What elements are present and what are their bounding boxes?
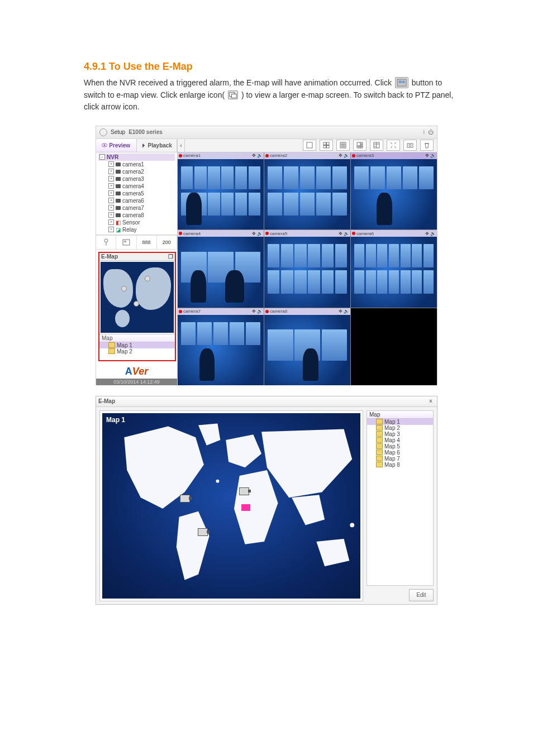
video-cell-label: camera8 (270, 309, 287, 314)
map-camera-icon[interactable] (198, 528, 208, 536)
map-folder-icon (376, 431, 383, 437)
tab-preview[interactable]: Preview (96, 139, 137, 152)
svg-rect-12 (340, 142, 346, 148)
trash-icon[interactable] (420, 140, 434, 151)
tree-item-camera: +camera3 (98, 175, 175, 183)
nvr-root-label: NVR (107, 154, 118, 160)
emap-viewport[interactable]: Map 1 (99, 410, 363, 601)
record-dot-icon (352, 154, 355, 157)
video-cell[interactable]: camera3✥🔈 (351, 152, 437, 229)
record-dot-icon (265, 310, 269, 313)
tree-item-camera: +camera8 (98, 212, 175, 219)
emap-panel-icon[interactable] (116, 236, 136, 249)
layout-3x3-icon[interactable] (336, 140, 350, 151)
power-icon[interactable]: ⏻ (428, 129, 434, 135)
video-cell-label: camera6 (356, 231, 374, 236)
video-cell[interactable]: camera7✥🔈 (178, 308, 264, 385)
camera-icon (116, 184, 121, 188)
tree-item-camera: +camera5 (98, 190, 175, 197)
map-relay-icon[interactable] (241, 504, 250, 511)
layout-1plus5-icon[interactable] (353, 140, 367, 151)
eye-icon (102, 142, 107, 148)
emap-panel-title: E-Map (101, 253, 118, 260)
layout-custom-icon[interactable] (370, 140, 383, 151)
map-node-icon (145, 276, 150, 281)
map-list-item[interactable]: Map 5 (367, 443, 433, 449)
ptz-panel-icon[interactable] (96, 236, 116, 249)
svg-rect-8 (323, 142, 326, 145)
map-node-icon (134, 301, 139, 307)
camera-icon (116, 199, 121, 203)
collapse-icon[interactable]: ‹ (178, 139, 185, 152)
close-icon[interactable]: × (427, 398, 435, 404)
map-list-item[interactable]: Map 8 (367, 462, 433, 468)
map-folder-icon (376, 437, 383, 443)
svg-rect-7 (307, 142, 312, 148)
svg-rect-9 (327, 142, 330, 145)
map-list-item[interactable]: Map 7 (367, 456, 433, 462)
svg-line-28 (394, 142, 396, 144)
camera-icon (116, 192, 121, 195)
map-camera-icon[interactable] (180, 495, 190, 503)
map-node-icon (121, 286, 127, 291)
map-list-item[interactable]: Map 4 (367, 437, 433, 443)
map-folder-icon (376, 425, 383, 430)
io-panel-icon[interactable]: 888 (137, 236, 157, 249)
svg-point-32 (409, 145, 411, 147)
camera-icon (116, 170, 121, 174)
map-list-item[interactable]: Map 2 (99, 348, 175, 355)
video-cell-empty[interactable] (351, 308, 437, 385)
layout-1x1-icon[interactable] (303, 140, 316, 151)
edit-button[interactable]: Edit (409, 589, 434, 601)
map-list-item[interactable]: Map 2 (367, 425, 433, 431)
emap-thumbnail[interactable] (101, 262, 174, 333)
record-dot-icon (352, 232, 355, 235)
camera-icon (116, 206, 121, 210)
tree-item-camera: +camera2 (98, 168, 175, 175)
map-list-item[interactable]: Map 3 (367, 431, 433, 437)
brand-logo: AVer (96, 363, 177, 379)
tree-item-camera: +camera1 (98, 161, 175, 168)
svg-rect-37 (124, 241, 126, 242)
info-icon[interactable]: i (423, 129, 425, 135)
snapshot-icon[interactable] (403, 140, 417, 151)
map-list-item[interactable]: Map 6 (367, 449, 433, 456)
video-cell[interactable]: camera6✥🔈 (351, 230, 437, 307)
svg-rect-11 (327, 146, 330, 149)
record-dot-icon (179, 154, 182, 157)
video-cell[interactable]: camera4✥🔈 (178, 230, 264, 307)
svg-point-34 (104, 239, 108, 242)
current-map-title: Map 1 (106, 416, 125, 424)
video-cell[interactable]: camera8✥🔈 (264, 308, 350, 385)
ptz-mini-icon: ✥ (252, 153, 256, 158)
tab-playback[interactable]: ⏵ Playback (137, 139, 178, 152)
tree-item-camera: +camera4 (98, 183, 175, 190)
map-camera-icon[interactable] (239, 487, 249, 495)
para-frag-1: When the NVR received a triggered alarm,… (84, 78, 394, 87)
map-folder-icon (108, 342, 115, 348)
screenshot-preview-ui: Setup E1000 series i ⏻ Preview ⏵ Playbac… (96, 126, 437, 385)
tree-item-camera: +camera6 (98, 197, 175, 204)
video-cell-label: camera4 (183, 231, 201, 236)
gear-icon (99, 128, 107, 136)
video-cell-label: camera1 (183, 153, 201, 158)
video-cell[interactable]: camera5✥🔈 (264, 230, 350, 307)
device-tree[interactable]: -NVR +camera1 +camera2 +camera3 +camera4… (96, 152, 177, 235)
setup-button[interactable]: Setup (111, 129, 125, 135)
fullscreen-icon[interactable] (387, 140, 400, 151)
map-list-item[interactable]: Map 1 (367, 419, 433, 425)
camera-icon (116, 213, 121, 217)
enlarge-inline-icon (228, 90, 238, 99)
video-cell[interactable]: camera2✥🔈 (264, 152, 350, 229)
layout-2x2-icon[interactable] (320, 140, 333, 151)
record-dot-icon (179, 310, 182, 313)
map-folder-icon (376, 443, 383, 449)
svg-line-27 (391, 142, 392, 144)
svg-rect-1 (398, 81, 401, 84)
enlarge-icon[interactable]: ❐ (168, 253, 173, 260)
status-panel-icon[interactable]: 200 (157, 236, 177, 249)
map-list-item[interactable]: Map 1 (99, 342, 175, 348)
audio-mini-icon: 🔈 (257, 153, 263, 158)
video-cell[interactable]: camera1✥🔈 (178, 152, 264, 229)
svg-rect-2 (402, 81, 405, 84)
